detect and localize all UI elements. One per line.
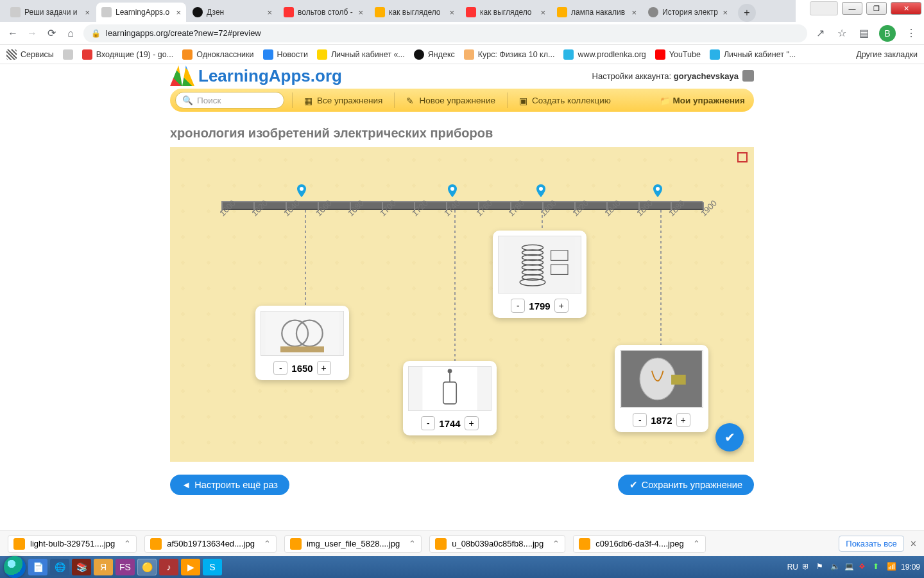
maximize-button[interactable]: ❐ <box>866 2 887 15</box>
chevron-up-icon[interactable]: ⌃ <box>405 539 416 548</box>
taskbar-app-chrome[interactable]: 🟡 <box>137 559 157 575</box>
chrome-menu-icon[interactable]: ⋮ <box>905 27 918 40</box>
tray-icon[interactable]: 🔈 <box>830 562 841 572</box>
show-all-downloads-button[interactable]: Показать все <box>839 536 903 552</box>
close-icon[interactable]: × <box>536 8 545 17</box>
bookmark-item[interactable]: YouTube <box>655 49 701 60</box>
chevron-up-icon[interactable]: ⌃ <box>689 539 700 548</box>
account-settings-link[interactable]: Настройки аккаунта: goryachevskaya <box>592 70 754 82</box>
bookmark-item[interactable]: Личный кабинет "... <box>710 49 796 60</box>
download-item[interactable]: img_user_file_5828....jpg⌃ <box>284 535 422 553</box>
increment-year-button[interactable]: + <box>465 416 479 430</box>
tray-icon[interactable]: ⬆ <box>873 562 883 572</box>
taskbar-app[interactable]: ▶ <box>181 559 200 575</box>
download-item[interactable]: c0916db6-da3f-4....jpeg⌃ <box>573 535 705 553</box>
increment-year-button[interactable]: + <box>554 299 569 313</box>
back-button[interactable]: ← <box>6 27 19 40</box>
save-exercise-button[interactable]: ✔Сохранить упражнение <box>618 475 754 495</box>
decrement-year-button[interactable]: - <box>633 413 647 427</box>
decrement-year-button[interactable]: - <box>421 416 435 430</box>
tray-clock[interactable]: 19:09 <box>901 563 920 572</box>
apps-button[interactable]: Сервисы <box>6 49 54 60</box>
decrement-year-button[interactable]: - <box>273 361 287 375</box>
bookmark-item[interactable]: Курс: Физика 10 кл... <box>464 49 555 60</box>
close-shelf-button[interactable]: × <box>911 538 916 550</box>
system-tray[interactable]: RU ⛨ ⚑ 🔈 💻 ❖ ⬆ 📶 19:09 <box>787 562 920 572</box>
browser-tab[interactable]: как выглядело× <box>370 3 459 22</box>
chevron-up-icon[interactable]: ⌃ <box>549 539 560 548</box>
close-icon[interactable]: × <box>354 8 363 17</box>
timeline-card[interactable]: -1744+ <box>403 361 497 435</box>
browser-tab[interactable]: История электр× <box>643 3 733 22</box>
increment-year-button[interactable]: + <box>676 413 690 427</box>
taskbar-app[interactable]: ♪ <box>159 559 178 575</box>
browser-tab[interactable]: как выглядело× <box>461 3 551 22</box>
close-icon[interactable]: × <box>628 8 637 17</box>
download-item[interactable]: light-bulb-329751....jpg⌃ <box>8 535 137 553</box>
chevron-up-icon[interactable]: ⌃ <box>120 539 131 548</box>
browser-tab[interactable]: вольтов столб -× <box>278 3 368 22</box>
browser-tab[interactable]: Реши задачи и× <box>5 3 95 22</box>
taskbar-app[interactable]: 🌐 <box>50 559 69 575</box>
tray-icon[interactable]: ❖ <box>859 562 869 572</box>
timeline-pin[interactable] <box>536 184 545 197</box>
bookmark-item[interactable]: Новости <box>263 49 308 60</box>
timeline-pin[interactable] <box>653 184 662 197</box>
timeline-pin[interactable] <box>297 184 306 197</box>
tray-icon[interactable]: 📶 <box>887 562 897 572</box>
menu-create-collection[interactable]: ▣Создать коллекцию <box>515 96 615 105</box>
tray-lang[interactable]: RU <box>787 563 798 572</box>
search-input[interactable]: 🔍 Поиск <box>175 92 284 109</box>
menu-all-exercises[interactable]: ▦Все упражнения <box>300 96 386 105</box>
start-button[interactable] <box>4 556 26 578</box>
browser-tab[interactable]: Дзен× <box>187 3 277 22</box>
taskbar-app[interactable]: FS <box>116 559 135 575</box>
close-icon[interactable]: × <box>719 8 728 17</box>
bookmark-star-icon[interactable]: ☆ <box>835 27 848 40</box>
other-bookmarks-button[interactable]: Другие закладки <box>852 50 918 59</box>
taskbar-app[interactable]: S <box>203 559 222 575</box>
timeline-card[interactable]: -1872+ <box>615 345 708 432</box>
forward-button[interactable]: → <box>26 27 38 40</box>
close-icon[interactable]: × <box>81 8 90 17</box>
browser-tab[interactable]: LearningApps.o× <box>96 3 186 22</box>
bookmark-item[interactable] <box>63 49 73 60</box>
taskbar-app[interactable]: 📄 <box>28 559 47 575</box>
decrement-year-button[interactable]: - <box>511 299 525 313</box>
increment-year-button[interactable]: + <box>317 361 331 375</box>
chevron-up-icon[interactable]: ⌃ <box>260 539 271 548</box>
bookmark-item[interactable]: Яндекс <box>414 49 455 60</box>
tray-icon[interactable]: 💻 <box>844 562 855 572</box>
check-answer-button[interactable]: ✔ <box>715 423 744 451</box>
timeline-pin[interactable] <box>448 184 457 197</box>
profile-button[interactable]: В <box>879 25 896 42</box>
menu-new-exercise[interactable]: ✎Новое упражнение <box>402 96 499 105</box>
tray-icon[interactable]: ⚑ <box>816 562 826 572</box>
close-window-button[interactable]: ✕ <box>891 2 921 15</box>
site-logo[interactable]: LearningApps.org <box>170 66 342 86</box>
bookmark-item[interactable]: Входящие (19) - go... <box>82 49 173 60</box>
bookmark-item[interactable]: Одноклассники <box>182 49 253 60</box>
menu-my-exercises[interactable]: 📁Мои упражнения <box>656 96 749 105</box>
tray-icon[interactable]: ⛨ <box>802 562 812 572</box>
timeline-card[interactable]: -1650+ <box>255 306 349 380</box>
reading-list-icon[interactable]: ▤ <box>857 27 870 40</box>
url-input[interactable]: 🔒 learningapps.org/create?new=72#preview <box>83 24 807 42</box>
download-item[interactable]: u_08b039a0c85fb8....jpg⌃ <box>429 535 565 553</box>
share-icon[interactable]: ↗ <box>814 27 826 40</box>
minimize-button[interactable]: — <box>842 2 862 15</box>
close-icon[interactable]: × <box>445 8 454 17</box>
taskbar-app[interactable]: 📚 <box>72 559 91 575</box>
download-item[interactable]: af50b19713634ed....jpg⌃ <box>144 535 277 553</box>
fullscreen-icon[interactable] <box>737 152 748 162</box>
bookmark-item[interactable]: Личный кабинет «... <box>317 49 405 60</box>
bookmark-item[interactable]: www.prodlenka.org <box>563 49 646 60</box>
reload-button[interactable]: ⟳ <box>45 27 58 40</box>
weather-widget[interactable] <box>810 1 838 15</box>
close-icon[interactable]: × <box>172 8 181 17</box>
configure-again-button[interactable]: ◄Настроить ещё раз <box>170 475 289 495</box>
home-button[interactable]: ⌂ <box>64 27 77 40</box>
timeline-card[interactable]: -1799+ <box>493 231 586 318</box>
browser-tab[interactable]: лампа накалив× <box>552 3 642 22</box>
new-tab-button[interactable]: + <box>738 4 756 22</box>
